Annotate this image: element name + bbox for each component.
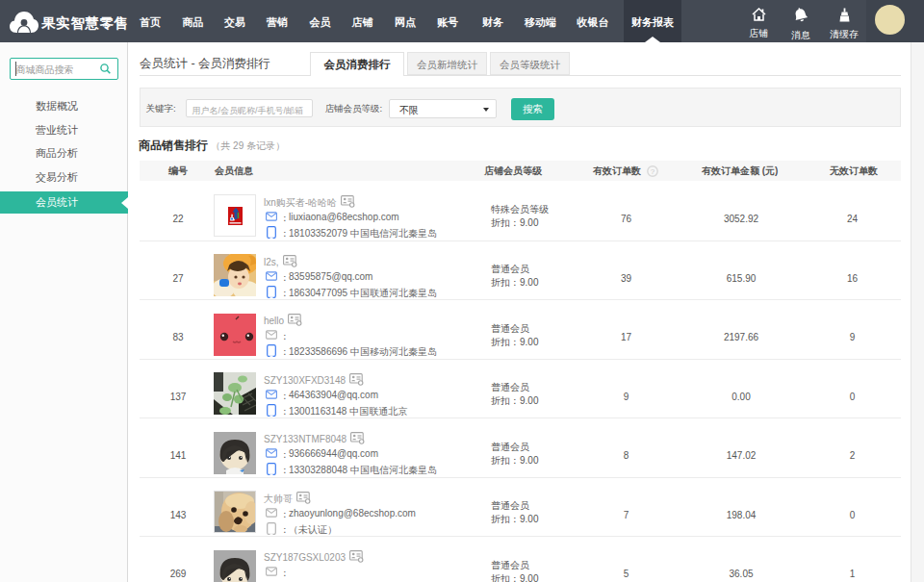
svg-text:?: ? xyxy=(651,166,655,175)
